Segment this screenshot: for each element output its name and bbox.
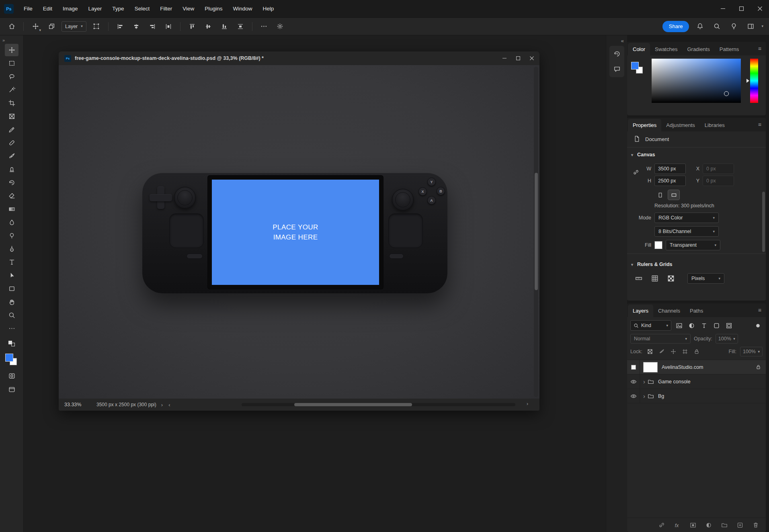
share-button[interactable]: Share <box>662 21 689 32</box>
filter-toggle-icon[interactable] <box>753 321 763 330</box>
blend-mode-dropdown[interactable]: Normal▾ <box>630 334 691 344</box>
new-group-icon[interactable] <box>720 521 729 530</box>
path-selection-tool[interactable] <box>5 269 18 282</box>
align-top-icon[interactable] <box>186 20 198 33</box>
pen-tool[interactable] <box>5 243 18 255</box>
filter-type-layers-icon[interactable] <box>699 321 709 330</box>
foreground-background-swatches[interactable] <box>4 353 19 367</box>
vertical-scrollbar-thumb[interactable] <box>535 173 538 290</box>
move-tool-preset-icon[interactable]: ▾ <box>29 20 41 33</box>
tab-layers[interactable]: Layers <box>628 305 653 317</box>
portrait-orientation-button[interactable] <box>654 190 666 200</box>
expand-panels-icon[interactable]: « <box>621 38 624 44</box>
expand-group-chevron-icon[interactable]: › <box>643 393 645 399</box>
layer-name[interactable]: Bg <box>658 393 664 399</box>
align-right-icon[interactable] <box>146 20 158 33</box>
height-input[interactable]: 2500 px <box>654 176 686 186</box>
menu-type[interactable]: Type <box>108 3 128 14</box>
hand-tool[interactable] <box>5 296 18 308</box>
bit-depth-dropdown[interactable]: 8 Bits/Channel▾ <box>654 226 719 237</box>
menu-window[interactable]: Window <box>228 3 256 14</box>
color-mode-dropdown[interactable]: RGB Color▾ <box>654 213 719 223</box>
panel-layout-icon[interactable] <box>744 20 757 33</box>
tab-paths[interactable]: Paths <box>685 305 708 317</box>
tab-properties[interactable]: Properties <box>628 119 661 131</box>
comments-icon[interactable] <box>611 63 623 75</box>
menu-select[interactable]: Select <box>130 3 154 14</box>
layer-name[interactable]: Game console <box>658 379 691 385</box>
auto-select-dropdown[interactable]: Layer▾ <box>62 21 86 32</box>
quick-mask-icon[interactable] <box>6 370 18 381</box>
menu-help[interactable]: Help <box>258 3 278 14</box>
adjustment-layer-icon[interactable] <box>704 521 713 530</box>
object-selection-tool[interactable] <box>5 84 18 96</box>
tab-channels[interactable]: Channels <box>653 305 685 317</box>
fill-dropdown[interactable]: Transparent▾ <box>666 240 720 250</box>
blur-tool[interactable] <box>5 216 18 229</box>
lasso-tool[interactable] <box>5 70 18 83</box>
visibility-toggle[interactable] <box>627 389 640 403</box>
more-options-icon[interactable] <box>258 20 270 33</box>
filter-pixel-layers-icon[interactable] <box>674 321 684 330</box>
foreground-color-swatch[interactable] <box>5 354 13 362</box>
brush-tool[interactable] <box>5 150 18 162</box>
layer-effects-icon[interactable]: fx <box>673 521 682 530</box>
version-history-icon[interactable] <box>611 48 623 59</box>
align-left-icon[interactable] <box>114 20 126 33</box>
type-tool[interactable] <box>5 256 18 268</box>
document-title-bar[interactable]: Ps free-game-console-mockup-steam-deck-a… <box>59 51 539 65</box>
status-next-icon[interactable]: › <box>160 402 164 408</box>
discover-lightbulb-icon[interactable] <box>728 20 740 33</box>
width-input[interactable]: 3500 px <box>654 164 686 174</box>
hue-slider[interactable] <box>750 59 758 103</box>
layer-row-bg[interactable]: › Bg <box>627 389 766 403</box>
frame-tool[interactable] <box>5 110 18 123</box>
gradient-tool[interactable] <box>5 203 18 215</box>
align-center-horizontal-icon[interactable] <box>130 20 142 33</box>
grid-icon[interactable] <box>650 273 660 284</box>
tab-adjustments[interactable]: Adjustments <box>661 119 700 131</box>
filter-shape-layers-icon[interactable] <box>712 321 721 330</box>
lock-transparent-pixels-icon[interactable] <box>646 348 654 356</box>
x-input[interactable]: 0 px <box>703 164 734 174</box>
notifications-bell-icon[interactable] <box>694 20 706 33</box>
menu-edit[interactable]: Edit <box>39 3 57 14</box>
tab-swatches[interactable]: Swatches <box>650 43 682 55</box>
new-layer-icon[interactable] <box>736 521 744 530</box>
panel-scrollbar-thumb[interactable] <box>762 192 765 252</box>
default-colors-icon[interactable] <box>8 341 15 346</box>
eraser-tool[interactable] <box>5 190 18 202</box>
show-transform-controls-icon[interactable] <box>90 20 103 33</box>
tab-gradients[interactable]: Gradients <box>682 43 714 55</box>
align-bottom-icon[interactable] <box>218 20 230 33</box>
layer-fill-input[interactable]: 100%▾ <box>740 347 763 356</box>
menu-plugins[interactable]: Plugins <box>200 3 227 14</box>
menu-layer[interactable]: Layer <box>84 3 107 14</box>
close-button[interactable] <box>751 0 769 17</box>
landscape-orientation-button[interactable] <box>668 190 679 200</box>
screen-mode-icon[interactable] <box>6 384 18 395</box>
search-icon[interactable] <box>711 20 723 33</box>
align-middle-vertical-icon[interactable] <box>202 20 214 33</box>
menu-file[interactable]: File <box>19 3 37 14</box>
layer-name[interactable]: AvelinaStudio.com <box>662 364 703 370</box>
foreground-color-swatch[interactable] <box>631 62 639 70</box>
panel-menu-icon[interactable]: ≡ <box>758 121 762 128</box>
home-icon[interactable] <box>6 20 18 33</box>
zoom-tool[interactable] <box>5 309 18 321</box>
menu-image[interactable]: Image <box>58 3 82 14</box>
tab-libraries[interactable]: Libraries <box>700 119 730 131</box>
expand-group-chevron-icon[interactable]: › <box>643 378 645 385</box>
menu-view[interactable]: View <box>178 3 199 14</box>
distribute-vertical-icon[interactable] <box>234 20 246 33</box>
doc-close-button[interactable] <box>530 55 534 61</box>
history-brush-tool[interactable] <box>5 176 18 189</box>
transparency-checkerboard-icon[interactable] <box>666 273 676 284</box>
canvas-section-header[interactable]: ▾ Canvas <box>627 147 766 162</box>
move-tool[interactable] <box>5 44 18 56</box>
auto-select-icon[interactable] <box>45 20 57 33</box>
link-dimensions-icon[interactable] <box>633 169 639 177</box>
status-scroll-right-icon[interactable]: › <box>527 401 528 407</box>
rectangle-tool[interactable] <box>5 282 18 295</box>
lock-artboard-icon[interactable] <box>681 348 689 356</box>
